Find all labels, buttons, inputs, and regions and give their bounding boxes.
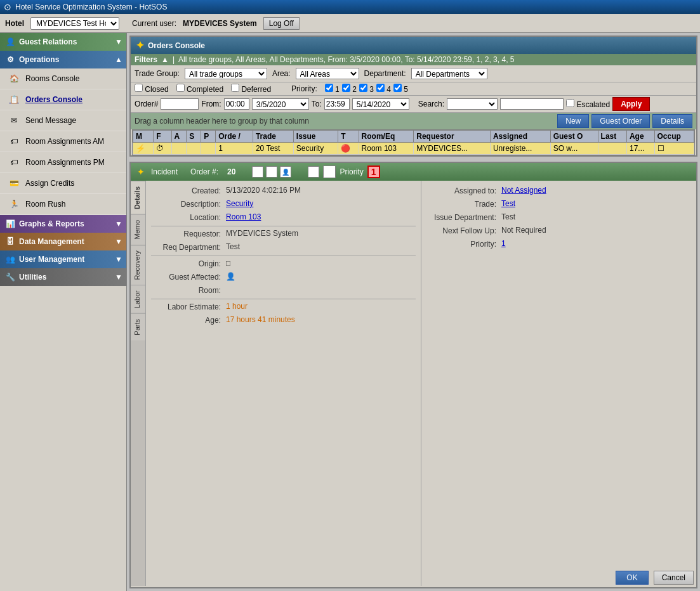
sidebar-section-graphs-reports-label: Graphs & Reports	[19, 219, 84, 228]
clipboard-icon[interactable]: □	[266, 166, 277, 178]
from-date-select[interactable]: 3/5/2020	[252, 98, 309, 110]
col-s[interactable]: S	[187, 131, 201, 143]
sidebar-item-rooms-console[interactable]: 🏠 Rooms Console	[0, 68, 126, 89]
sidebar-section-data-management[interactable]: 🗄 Data Management ▼	[0, 233, 126, 250]
req-dept-label: Req Department:	[151, 242, 221, 252]
sidebar-section-operations[interactable]: ⚙ Operations ▲	[0, 51, 126, 68]
incident-title: Incident	[151, 167, 178, 176]
col-a[interactable]: A	[171, 131, 187, 143]
guest-order-button[interactable]: Guest Order	[591, 114, 650, 128]
sidebar-item-room-rush-label: Room Rush	[25, 200, 65, 209]
priority-3-checkbox[interactable]	[359, 84, 367, 92]
col-m[interactable]: M	[133, 131, 154, 143]
filters-text: All trade groups, All Areas, All Departm…	[178, 55, 514, 64]
closed-checkbox-label: Closed	[135, 84, 169, 94]
sidebar-item-orders-console[interactable]: 📋 Orders Console	[0, 89, 126, 110]
deferred-checkbox[interactable]	[231, 84, 239, 92]
graphs-reports-chevron: ▼	[115, 219, 122, 228]
from-time-input[interactable]	[224, 98, 249, 110]
col-occup[interactable]: Occup	[654, 131, 694, 143]
location-value[interactable]: Room 103	[226, 212, 261, 221]
sidebar-section-graphs-reports[interactable]: 📊 Graphs & Reports ▼	[0, 215, 126, 233]
table-row[interactable]: ⚡ ⏱ 1 20 Test Security 🔴 Room 103 MYDEVI…	[133, 143, 694, 155]
search-input[interactable]	[500, 98, 564, 110]
to-date-select[interactable]: 5/14/2020	[352, 98, 409, 110]
age-value: 17 hours 41 minutes	[226, 315, 295, 324]
ok-button[interactable]: OK	[616, 571, 648, 585]
apply-button[interactable]: Apply	[612, 97, 650, 111]
tab-parts[interactable]: Parts	[131, 313, 145, 341]
area-select[interactable]: All Areas	[296, 68, 359, 79]
tab-labor[interactable]: Labor	[131, 285, 145, 313]
col-issue[interactable]: Issue	[293, 131, 338, 143]
priority-1-checkbox[interactable]	[325, 84, 333, 92]
priority-5-checkbox[interactable]	[393, 84, 402, 92]
cancel-button[interactable]: Cancel	[654, 571, 694, 585]
logoff-button[interactable]: Log Off	[263, 17, 300, 30]
closed-checkbox[interactable]	[135, 84, 143, 92]
escalated-checkbox[interactable]	[566, 99, 574, 107]
hotel-select[interactable]: MYDEVICES Test Hotel	[30, 17, 119, 30]
tab-details[interactable]: Details	[131, 181, 145, 214]
priority-2-checkbox[interactable]	[342, 84, 350, 92]
priority-header-value: 1	[367, 166, 380, 178]
priority-right-field: Priority: 1	[426, 239, 691, 249]
sidebar-item-assign-credits[interactable]: 💳 Assign Credits	[0, 173, 126, 194]
sidebar-item-send-message[interactable]: ✉ Send Message	[0, 110, 126, 131]
to-time-input[interactable]	[324, 98, 350, 110]
assigned-to-value[interactable]: Not Assigned	[501, 186, 546, 195]
sidebar-item-room-assignments-am[interactable]: 🏷 Room Assignments AM	[0, 131, 126, 152]
search-type-select[interactable]	[447, 98, 498, 110]
col-requestor[interactable]: Requestor	[414, 131, 491, 143]
sidebar-item-room-rush[interactable]: 🏃 Room Rush	[0, 194, 126, 215]
col-room[interactable]: Room/Eq	[359, 131, 414, 143]
assigned-to-field: Assigned to: Not Assigned	[426, 186, 691, 195]
priority-right-value[interactable]: 1	[501, 239, 506, 248]
col-age[interactable]: Age	[626, 131, 654, 143]
trade-value[interactable]: Test	[501, 199, 515, 208]
created-value: 5/13/2020 4:02:16 PM	[226, 186, 301, 195]
department-select[interactable]: All Departments	[411, 68, 487, 79]
details-button[interactable]: Details	[652, 114, 692, 128]
col-guest-o[interactable]: Guest O	[550, 131, 598, 143]
incident-panel: ✦ Incident Order #: 20 ⏱ □ 👤 ⚙ 0 Priorit…	[129, 162, 697, 588]
cell-room: Room 103	[359, 143, 414, 155]
col-trade[interactable]: Trade	[253, 131, 293, 143]
location-label: Location:	[151, 212, 221, 222]
description-value[interactable]: Security	[226, 199, 253, 208]
col-order[interactable]: Orde /	[216, 131, 253, 143]
sidebar-item-room-assignments-pm[interactable]: 🏷 Room Assignments PM	[0, 152, 126, 173]
priority-4-checkbox[interactable]	[376, 84, 385, 92]
priority-1-label: 1	[325, 84, 340, 94]
incident-icon: ✦	[137, 167, 145, 177]
col-p[interactable]: P	[201, 131, 216, 143]
sidebar-section-utilities[interactable]: 🔧 Utilities ▼	[0, 268, 126, 286]
tab-recovery[interactable]: Recovery	[131, 245, 145, 285]
priority-label: Priority:	[291, 84, 317, 93]
priority-3-label: 3	[359, 84, 374, 94]
new-button[interactable]: New	[557, 114, 589, 128]
tab-memo[interactable]: Memo	[131, 214, 145, 245]
settings-icon[interactable]: ⚙	[308, 166, 319, 178]
hourglass-icon[interactable]: ⏱	[252, 166, 263, 178]
cell-issue: Security	[293, 143, 338, 155]
order-num-input[interactable]	[161, 98, 199, 110]
col-last[interactable]: Last	[598, 131, 626, 143]
person-icon[interactable]: 👤	[280, 166, 291, 178]
col-t[interactable]: T	[338, 131, 359, 143]
trade-group-select[interactable]: All trade groups	[185, 68, 267, 79]
deferred-checkbox-label: Deferred	[231, 84, 271, 94]
room-rush-icon: 🏃	[6, 197, 22, 212]
sidebar-section-guest-relations-label: Guest Relations	[19, 37, 77, 46]
filter-row-1: Trade Group: All trade groups Area: All …	[131, 65, 696, 82]
priority-5-label: 5	[393, 84, 408, 94]
sidebar-section-user-management[interactable]: 👥 User Management ▼	[0, 250, 126, 268]
col-f[interactable]: F	[154, 131, 171, 143]
orders-table-container: M F A S P Orde / Trade Issue T Room/Eq R…	[132, 129, 695, 155]
completed-checkbox[interactable]	[176, 84, 185, 92]
sidebar-section-operations-label: Operations	[19, 55, 59, 64]
priority-4-label: 4	[376, 84, 391, 94]
sidebar-item-rooms-console-label: Rooms Console	[25, 74, 79, 83]
col-assigned[interactable]: Assigned	[490, 131, 550, 143]
sidebar-section-guest-relations[interactable]: 👤 Guest Relations ▼	[0, 33, 126, 51]
